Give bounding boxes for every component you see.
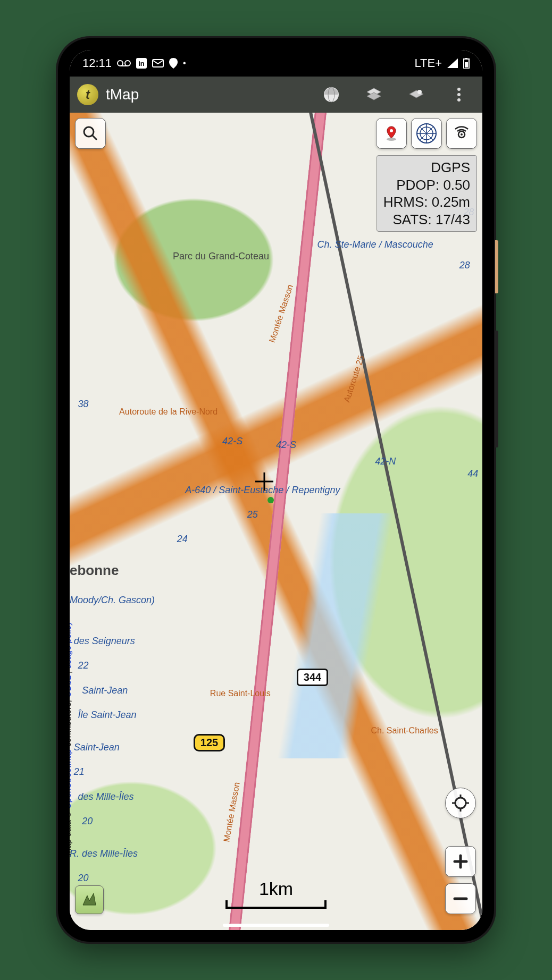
exit-38: 38	[78, 399, 89, 410]
exit-42n: 42-N	[375, 456, 396, 467]
pdop-label: PDOP:	[396, 177, 439, 193]
map-crosshair	[255, 472, 273, 491]
marker-button[interactable]	[376, 118, 407, 149]
mille-iles-label-2: R. des Mille-Îles	[70, 848, 138, 859]
svg-point-26	[461, 133, 463, 136]
map-canvas[interactable]: Parc du Grand-Coteau Autoroute de la Riv…	[70, 113, 482, 930]
exit-42s: 42-S	[222, 436, 242, 447]
attrib-odbl-link[interactable]: ODbL	[70, 676, 72, 698]
exit-28b: 28	[459, 260, 470, 271]
exit-42s-b: 42-S	[276, 440, 296, 451]
sats-value: 17/43	[436, 212, 470, 227]
exit-44: 44	[467, 468, 478, 479]
ile-stjean-label: Île Saint-Jean	[78, 709, 137, 721]
more-icon: •	[183, 58, 186, 68]
svg-point-12	[457, 88, 461, 91]
sats-label: SATS:	[392, 212, 431, 227]
gps-mode: DGPS	[383, 159, 470, 176]
locate-button[interactable]	[445, 788, 476, 818]
route-shield-125: 125	[194, 734, 225, 751]
exit-22: 22	[78, 660, 89, 671]
attrib-policy-link[interactable]: usage policy	[70, 622, 72, 669]
scale-bar	[225, 900, 327, 909]
svg-line-16	[93, 136, 97, 140]
android-nav-handle[interactable]	[223, 924, 329, 927]
svg-point-18	[387, 138, 396, 141]
app-bar: t tMap	[70, 77, 482, 113]
search-button[interactable]	[75, 118, 106, 149]
svg-point-27	[455, 798, 466, 808]
park-label: Parc du Grand-Coteau	[173, 251, 269, 262]
signal-icon	[447, 58, 458, 68]
pdop-value: 0.50	[443, 177, 470, 193]
scale-label: 1km	[225, 878, 327, 899]
svg-point-0	[118, 61, 123, 66]
exit-21: 21	[74, 766, 85, 778]
gps-receiver-button[interactable]	[446, 118, 477, 149]
gps-status-panel: DGPS PDOP: 0.50 HRMS: 0.25m SATS: 17/43	[377, 155, 477, 232]
stjean-label: Saint-Jean	[82, 685, 128, 696]
zoom-out-button[interactable]	[445, 883, 476, 914]
svg-point-11	[417, 90, 422, 94]
exit-25: 25	[247, 509, 258, 520]
exit-20b: 20	[78, 873, 89, 884]
hwy-label: Autoroute de la Rive-Nord	[119, 407, 218, 417]
stcharles-label: Ch. Saint-Charles	[371, 726, 438, 736]
moody-label: Moody/Ch. Gascon)	[70, 595, 155, 606]
attrib-mid: contributors,	[70, 698, 72, 749]
svg-point-1	[125, 61, 130, 66]
attrib-prefix: Map data ©	[70, 809, 72, 856]
layer-pin-button[interactable]	[406, 84, 427, 105]
exit-24: 24	[177, 534, 188, 545]
mille-iles-label: des Mille-Îles	[78, 791, 134, 802]
overflow-menu-button[interactable]	[448, 84, 470, 105]
ste-marie-label: Ch. Ste-Marie / Mascouche	[317, 239, 433, 250]
exit-20: 20	[82, 816, 93, 827]
svg-rect-8	[465, 62, 468, 67]
svg-text:in: in	[138, 60, 145, 67]
layers-button[interactable]	[363, 84, 384, 105]
linkedin-icon: in	[136, 58, 147, 69]
status-time: 12:11	[82, 56, 112, 70]
hrms-value: 0.25m	[432, 194, 470, 210]
svg-point-15	[84, 127, 94, 137]
map-attribution: Map data © OpenStreetMap contributors, O…	[70, 622, 73, 856]
network-type: LTE+	[414, 56, 442, 70]
seigneurs-label: des Seigneurs	[74, 636, 135, 647]
attrib-osm-link[interactable]: OpenStreetMap	[70, 749, 72, 809]
mail-icon	[152, 59, 164, 67]
battery-icon	[463, 58, 470, 69]
stlouis-label: Rue Saint-Louis	[210, 689, 271, 698]
status-bar: 12:11 in • LTE+	[70, 50, 482, 77]
map-style-button[interactable]	[75, 885, 104, 914]
svg-point-14	[457, 98, 461, 102]
svg-point-17	[390, 129, 393, 132]
basemap-button[interactable]	[321, 84, 342, 105]
stjean-label-2: Saint-Jean	[74, 742, 120, 753]
hrms-label: HRMS:	[383, 194, 428, 210]
svg-point-13	[457, 93, 461, 96]
route-shield-344: 344	[297, 669, 328, 686]
zoom-in-button[interactable]	[445, 846, 476, 877]
compass-button[interactable]	[411, 118, 442, 149]
city-label: ebonne	[70, 562, 119, 579]
app-logo: t	[77, 84, 98, 105]
app-title: tMap	[106, 86, 313, 103]
scale-indicator: 1km	[225, 878, 327, 909]
voicemail-icon	[117, 60, 131, 67]
location-icon	[169, 58, 178, 69]
